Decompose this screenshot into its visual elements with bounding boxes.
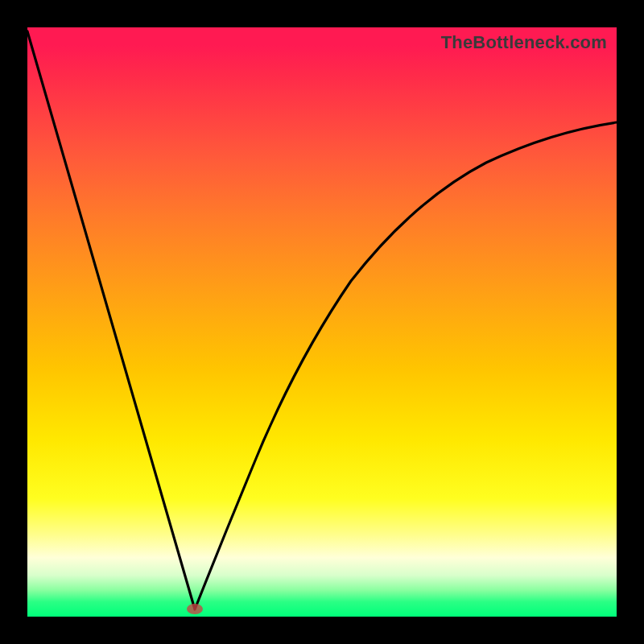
curve-path [27,31,617,609]
plot-area: TheBottleneck.com [27,27,617,617]
bottleneck-curve [27,27,617,617]
optimal-marker [187,604,203,614]
chart-frame: TheBottleneck.com [0,0,644,644]
